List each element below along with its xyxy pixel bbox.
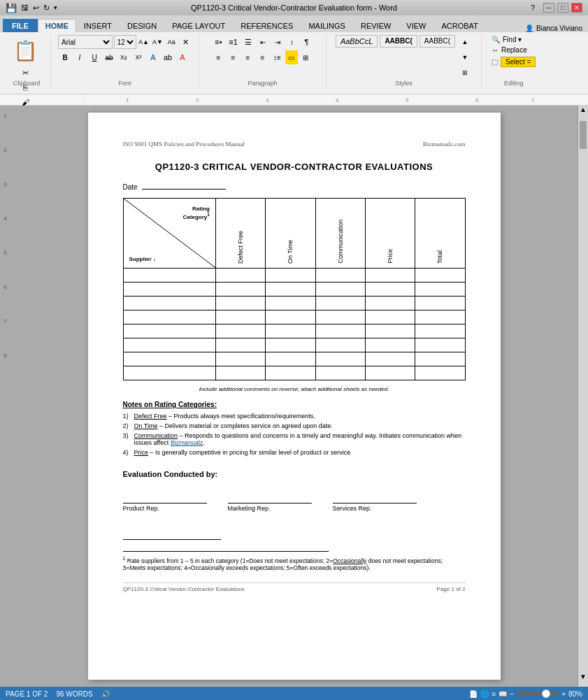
total-cell[interactable]	[415, 269, 465, 283]
replace-button[interactable]: ↔ Replace	[489, 45, 538, 55]
change-case-button[interactable]: Aa	[165, 35, 178, 49]
show-formatting-button[interactable]: ¶	[300, 35, 314, 49]
status-right: 📄 🌐 ≡ 📖 − + 80%	[469, 690, 582, 698]
help-button[interactable]: ?	[531, 3, 535, 12]
quick-access-redo[interactable]: ↻	[43, 3, 50, 13]
maximize-button[interactable]: □	[557, 3, 568, 13]
communication-cell[interactable]	[315, 269, 365, 283]
tab-acrobat[interactable]: ACROBAT	[433, 19, 485, 32]
zoom-slider-thumb[interactable]	[542, 690, 550, 698]
numbering-button[interactable]: ≡1	[227, 35, 241, 49]
zoom-level: 80%	[568, 690, 582, 698]
clipboard-sub: ✂ ⎘ 🖌	[18, 66, 32, 109]
tab-mailings[interactable]: MAILINGS	[301, 19, 353, 32]
date-line: Date	[123, 183, 466, 191]
borders-button[interactable]: ⊞	[299, 50, 313, 64]
bullets-button[interactable]: ≡•	[212, 35, 226, 49]
styles-scroll-down[interactable]: ▼	[458, 50, 472, 64]
scroll-track[interactable]	[578, 150, 588, 673]
text-highlight-button[interactable]: ab	[161, 50, 175, 64]
sort-button[interactable]: ↕	[285, 35, 299, 49]
zoom-controls: 📄 🌐 ≡ 📖 − + 80%	[469, 690, 582, 698]
marketing-rep-line[interactable]	[228, 490, 312, 503]
scroll-up-button[interactable]: ▲	[578, 106, 588, 120]
font-color-button[interactable]: A	[175, 50, 189, 64]
quick-access-save[interactable]: 🖫	[21, 3, 29, 12]
supplier-cell[interactable]	[123, 283, 215, 297]
increase-font-button[interactable]: A▲	[138, 35, 150, 49]
minimize-button[interactable]: ─	[543, 3, 554, 13]
quick-access-more[interactable]: ▾	[54, 4, 57, 11]
bold-button[interactable]: B	[58, 50, 72, 64]
styles-scroll-up[interactable]: ▲	[458, 35, 472, 49]
zoom-slider[interactable]	[517, 692, 559, 696]
product-rep-field: Product Rep.	[123, 490, 207, 512]
ribbon-tabs: FILE HOME INSERT DESIGN PAGE LAYOUT REFE…	[0, 15, 588, 32]
subscript-button[interactable]: X₂	[117, 50, 131, 64]
on-time-cell[interactable]	[266, 269, 315, 283]
zoom-in-button[interactable]: +	[561, 690, 566, 698]
font-row1: Arial 12 A▲ A▼ Aa ✕	[58, 35, 192, 49]
decrease-indent-button[interactable]: ⇤	[256, 35, 270, 49]
page-count: PAGE 1 OF 2	[6, 690, 48, 698]
tab-file[interactable]: FILE	[3, 19, 38, 32]
select-button[interactable]: ⬚ Select =	[489, 56, 538, 68]
tab-review[interactable]: REVIEW	[353, 19, 399, 32]
increase-indent-button[interactable]: ⇥	[271, 35, 285, 49]
price-cell[interactable]	[365, 269, 415, 283]
date-field[interactable]	[142, 189, 226, 190]
line-spacing-button[interactable]: ↕≡	[271, 50, 285, 64]
zoom-out-button[interactable]: −	[510, 690, 514, 698]
tab-insert[interactable]: INSERT	[76, 19, 120, 32]
para-row2: ≡ ≡ ≡ ≡ ↕≡ ▭ ⊞	[212, 50, 314, 64]
justify-button[interactable]: ≡	[256, 50, 270, 64]
quick-access-undo[interactable]: ↩	[33, 3, 39, 13]
strikethrough-button[interactable]: ab	[102, 50, 116, 64]
editing-content: 🔍 Find ▾ ↔ Replace ⬚ Select =	[489, 35, 538, 68]
product-rep-line[interactable]	[123, 490, 207, 503]
find-button[interactable]: 🔍 Find ▾	[489, 35, 538, 44]
clear-format-button[interactable]: ✕	[179, 35, 192, 49]
scroll-down-button[interactable]: ▼	[578, 673, 588, 687]
cut-button[interactable]: ✂	[18, 66, 32, 80]
styles-arrows: ▲ ▼ ⊞	[458, 35, 472, 80]
underline-button[interactable]: U	[87, 50, 101, 64]
shading-button[interactable]: ▭	[285, 50, 298, 64]
tab-home[interactable]: HOME	[38, 19, 76, 32]
tab-design[interactable]: DESIGN	[120, 19, 164, 32]
text-effects-button[interactable]: A	[146, 50, 160, 64]
ruler-num-6: 6	[3, 284, 6, 290]
style-heading2[interactable]: AABBC(	[420, 35, 455, 48]
bizmanualz-link[interactable]: Bizmanualz	[171, 439, 203, 446]
extra-sig-line[interactable]	[123, 526, 221, 540]
style-heading1[interactable]: AABBC(	[380, 35, 417, 48]
defect-free-cell[interactable]	[215, 269, 265, 283]
scroll-thumb[interactable]	[580, 121, 587, 149]
font-label: Font	[118, 80, 131, 87]
close-button[interactable]: ✕	[571, 3, 582, 13]
tab-view[interactable]: VIEW	[399, 19, 433, 32]
format-painter-button[interactable]: 🖌	[18, 95, 32, 109]
style-emphasis[interactable]: AaBbCcL	[336, 35, 378, 48]
font-size-select[interactable]: 12	[114, 35, 136, 49]
styles-expand[interactable]: ⊞	[458, 66, 472, 80]
superscript-button[interactable]: X²	[131, 50, 145, 64]
tab-references[interactable]: REFERENCES	[233, 19, 301, 32]
total-header: Total	[415, 199, 465, 269]
vertical-scrollbar[interactable]: ▲ ▼	[578, 106, 588, 687]
multilevel-list-button[interactable]: ☰	[241, 35, 255, 49]
font-name-select[interactable]: Arial	[58, 35, 113, 49]
align-left-button[interactable]: ≡	[212, 50, 226, 64]
decrease-font-button[interactable]: A▼	[151, 35, 164, 49]
svg-text:4: 4	[336, 97, 339, 103]
font-group: Arial 12 A▲ A▼ Aa ✕ B I U ab X₂ X²	[52, 35, 199, 88]
services-rep-line[interactable]	[333, 490, 417, 503]
italic-button[interactable]: I	[73, 50, 87, 64]
align-center-button[interactable]: ≡	[227, 50, 241, 64]
align-right-button[interactable]: ≡	[241, 50, 255, 64]
paste-button[interactable]: 📋	[10, 35, 41, 66]
tab-page-layout[interactable]: PAGE LAYOUT	[164, 19, 233, 32]
document-view[interactable]: ISO 9001 QMS Policies and Procedures Man…	[10, 106, 578, 687]
supplier-cell[interactable]	[123, 269, 215, 283]
title-bar-title: QP1120-3 Critical Vendor-Contractor Eval…	[191, 3, 397, 12]
